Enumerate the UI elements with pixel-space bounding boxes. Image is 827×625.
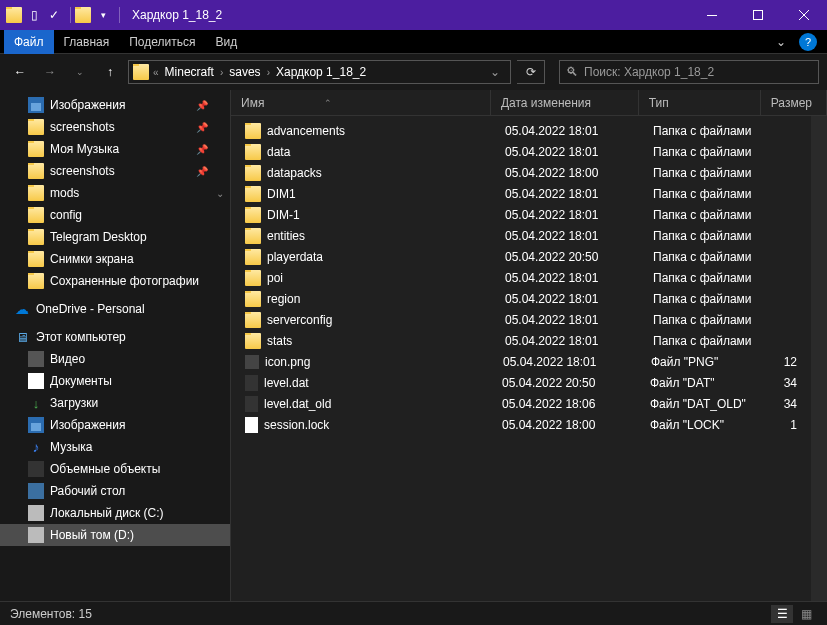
qat-check-icon[interactable]: ✓ bbox=[46, 7, 62, 23]
tab-view[interactable]: Вид bbox=[205, 30, 247, 54]
table-row[interactable]: playerdata05.04.2022 20:50Папка с файлам… bbox=[231, 246, 811, 267]
back-button[interactable]: ← bbox=[8, 60, 32, 84]
sidebar-item[interactable]: Сохраненные фотографии bbox=[0, 270, 230, 292]
file-type: Папка с файлами bbox=[653, 313, 775, 327]
file-date: 05.04.2022 18:01 bbox=[505, 145, 653, 159]
ribbon-expand-icon[interactable]: ⌄ bbox=[771, 35, 791, 49]
file-date: 05.04.2022 18:06 bbox=[502, 397, 650, 411]
png-icon bbox=[245, 355, 259, 369]
table-row[interactable]: region05.04.2022 18:01Папка с файлами bbox=[231, 288, 811, 309]
sidebar-item-label: Объемные объекты bbox=[50, 462, 160, 476]
table-row[interactable]: DIM-105.04.2022 18:01Папка с файлами bbox=[231, 204, 811, 225]
recent-dropdown[interactable]: ⌄ bbox=[68, 60, 92, 84]
folder-icon bbox=[245, 291, 261, 307]
column-type[interactable]: Тип bbox=[639, 90, 761, 115]
file-type: Файл "PNG" bbox=[651, 355, 773, 369]
folder-icon bbox=[28, 163, 44, 179]
sort-asc-icon: ⌃ bbox=[324, 98, 332, 108]
disk-icon bbox=[28, 505, 44, 521]
tab-file[interactable]: Файл bbox=[4, 30, 54, 54]
sidebar-item[interactable]: Telegram Desktop bbox=[0, 226, 230, 248]
table-row[interactable]: serverconfig05.04.2022 18:01Папка с файл… bbox=[231, 309, 811, 330]
sidebar-item[interactable]: Документы bbox=[0, 370, 230, 392]
sidebar-item[interactable]: ☁OneDrive - Personal bbox=[0, 298, 230, 320]
chevron-down-icon[interactable]: ⌄ bbox=[216, 188, 224, 199]
sidebar-item[interactable]: ♪Музыка bbox=[0, 436, 230, 458]
sidebar-item-label: Загрузки bbox=[50, 396, 98, 410]
titlebar: ▯ ✓ ▾ Хардкор 1_18_2 bbox=[0, 0, 827, 30]
tab-share[interactable]: Поделиться bbox=[119, 30, 205, 54]
refresh-button[interactable]: ⟳ bbox=[517, 60, 545, 84]
address-dropdown-icon[interactable]: ⌄ bbox=[484, 65, 506, 79]
table-row[interactable]: advancements05.04.2022 18:01Папка с файл… bbox=[231, 120, 811, 141]
sidebar-item[interactable]: Изображения📌 bbox=[0, 94, 230, 116]
address-bar[interactable]: « Minecraft › saves › Хардкор 1_18_2 ⌄ bbox=[128, 60, 511, 84]
sidebar-item[interactable]: Рабочий стол bbox=[0, 480, 230, 502]
sidebar-item[interactable]: Новый том (D:) bbox=[0, 524, 230, 546]
file-date: 05.04.2022 18:01 bbox=[503, 355, 651, 369]
table-row[interactable]: level.dat05.04.2022 20:50Файл "DAT"34 bbox=[231, 372, 811, 393]
breadcrumb[interactable]: Minecraft bbox=[163, 65, 216, 79]
breadcrumb[interactable]: Хардкор 1_18_2 bbox=[274, 65, 368, 79]
help-button[interactable]: ? bbox=[799, 33, 817, 51]
close-button[interactable] bbox=[781, 0, 827, 30]
sidebar-item[interactable]: Снимки экрана bbox=[0, 248, 230, 270]
dat-icon bbox=[245, 396, 258, 412]
sidebar-item[interactable]: Объемные объекты bbox=[0, 458, 230, 480]
qat-props-icon[interactable]: ▯ bbox=[26, 7, 42, 23]
sidebar-item[interactable]: screenshots📌 bbox=[0, 116, 230, 138]
search-input[interactable]: ⁠🔍︎ Поиск: Хардкор 1_18_2 bbox=[559, 60, 819, 84]
forward-button[interactable]: → bbox=[38, 60, 62, 84]
table-row[interactable]: icon.png05.04.2022 18:01Файл "PNG"12 bbox=[231, 351, 811, 372]
sidebar-item[interactable]: 🖥Этот компьютер bbox=[0, 326, 230, 348]
chevron-left-icon[interactable]: « bbox=[153, 67, 159, 78]
folder-icon bbox=[245, 312, 261, 328]
column-size[interactable]: Размер bbox=[761, 90, 827, 115]
table-row[interactable]: stats05.04.2022 18:01Папка с файлами bbox=[231, 330, 811, 351]
sidebar-item-label: Видео bbox=[50, 352, 85, 366]
column-date[interactable]: Дата изменения bbox=[491, 90, 639, 115]
file-date: 05.04.2022 20:50 bbox=[502, 376, 650, 390]
up-button[interactable]: ↑ bbox=[98, 60, 122, 84]
file-name: poi bbox=[267, 271, 505, 285]
qat-dropdown-icon[interactable]: ▾ bbox=[95, 7, 111, 23]
maximize-button[interactable] bbox=[735, 0, 781, 30]
sidebar-item[interactable]: config bbox=[0, 204, 230, 226]
table-row[interactable]: session.lock05.04.2022 18:00Файл "LOCK"1 bbox=[231, 414, 811, 435]
minimize-button[interactable] bbox=[689, 0, 735, 30]
sidebar-item[interactable]: Видео bbox=[0, 348, 230, 370]
sidebar-item[interactable]: screenshots📌 bbox=[0, 160, 230, 182]
pc-icon: 🖥 bbox=[14, 329, 30, 345]
file-name: entities bbox=[267, 229, 505, 243]
tab-home[interactable]: Главная bbox=[54, 30, 120, 54]
file-name: advancements bbox=[267, 124, 505, 138]
file-icon bbox=[245, 417, 258, 433]
folder-icon bbox=[245, 228, 261, 244]
table-row[interactable]: level.dat_old05.04.2022 18:06Файл "DAT_O… bbox=[231, 393, 811, 414]
scrollbar[interactable] bbox=[811, 116, 827, 601]
view-icons-button[interactable]: ▦ bbox=[795, 605, 817, 623]
sidebar-item-label: Моя Музыка bbox=[50, 142, 119, 156]
table-row[interactable]: datapacks05.04.2022 18:00Папка с файлами bbox=[231, 162, 811, 183]
breadcrumb[interactable]: saves bbox=[227, 65, 262, 79]
file-size: 34 bbox=[772, 376, 811, 390]
folder-icon bbox=[245, 123, 261, 139]
sidebar-item[interactable]: Моя Музыка📌 bbox=[0, 138, 230, 160]
file-date: 05.04.2022 18:01 bbox=[505, 313, 653, 327]
table-row[interactable]: entities05.04.2022 18:01Папка с файлами bbox=[231, 225, 811, 246]
file-type: Файл "DAT" bbox=[650, 376, 772, 390]
sidebar-item[interactable]: Локальный диск (C:) bbox=[0, 502, 230, 524]
file-type: Папка с файлами bbox=[653, 229, 775, 243]
table-row[interactable]: DIM105.04.2022 18:01Папка с файлами bbox=[231, 183, 811, 204]
sidebar-item[interactable]: ↓Загрузки bbox=[0, 392, 230, 414]
column-name[interactable]: Имя ⌃ bbox=[231, 90, 491, 115]
sidebar[interactable]: Изображения📌screenshots📌Моя Музыка📌scree… bbox=[0, 90, 231, 601]
file-list-body[interactable]: advancements05.04.2022 18:01Папка с файл… bbox=[231, 116, 811, 601]
sidebar-item[interactable]: mods⌄ bbox=[0, 182, 230, 204]
file-name: level.dat_old bbox=[264, 397, 502, 411]
table-row[interactable]: poi05.04.2022 18:01Папка с файлами bbox=[231, 267, 811, 288]
view-details-button[interactable]: ☰ bbox=[771, 605, 793, 623]
table-row[interactable]: data05.04.2022 18:01Папка с файлами bbox=[231, 141, 811, 162]
sidebar-item[interactable]: Изображения bbox=[0, 414, 230, 436]
search-icon: ⁠🔍︎ bbox=[566, 65, 578, 79]
